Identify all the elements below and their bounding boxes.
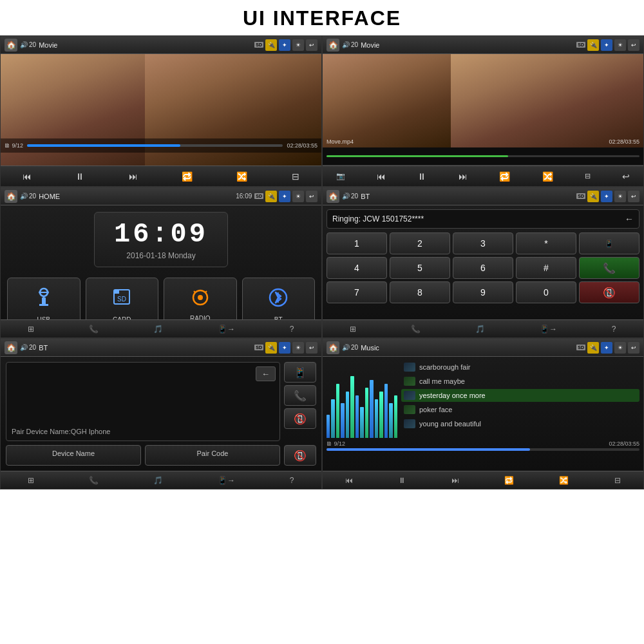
bt-action-row: Device Name Pair Code 📵 — [6, 445, 316, 466]
key-4[interactable]: 4 — [327, 257, 387, 279]
nav-grid-home[interactable]: ⊞ — [24, 323, 38, 335]
nav-grid-bt[interactable]: ⊞ — [24, 475, 38, 486]
prev-btn-2[interactable]: ⏮ — [374, 170, 388, 183]
back-icon-bt[interactable]: ↩ — [306, 342, 317, 354]
app-card[interactable]: SD CARD — [86, 278, 159, 319]
nav-help-phone[interactable]: ? — [608, 323, 620, 335]
nav-music-bt[interactable]: 🎵 — [149, 475, 167, 486]
shuffle-btn-1[interactable]: 🔀 — [234, 170, 250, 183]
playlist-item-4[interactable]: poker face — [401, 403, 639, 416]
back-icon-phone[interactable]: ↩ — [628, 191, 639, 202]
next-btn-2[interactable]: ⏭ — [456, 170, 470, 183]
camera-btn-2[interactable]: 📷 — [334, 171, 348, 182]
eq-bar-3 — [341, 403, 344, 438]
end-call-btn[interactable]: 📵 — [284, 445, 316, 466]
key-end[interactable]: 📵 — [579, 281, 639, 303]
home-icon-phone[interactable]: 🏠 — [327, 190, 339, 203]
nav-grid-phone[interactable]: ⊞ — [346, 323, 360, 335]
nav-phone-home[interactable]: 📞 — [85, 323, 102, 335]
playlist-item-3[interactable]: yesterday once more — [401, 389, 639, 402]
brightness-icon-bt[interactable]: ☀ — [292, 342, 304, 354]
nav-more-music[interactable]: ⊟ — [611, 475, 625, 486]
brightness-icon-2[interactable]: ☀ — [614, 39, 626, 51]
key-0[interactable]: 0 — [516, 281, 576, 303]
key-3[interactable]: 3 — [453, 232, 513, 254]
key-call[interactable]: 📞 — [579, 257, 639, 279]
play-pause-btn-1[interactable]: ⏸ — [73, 170, 87, 183]
backspace-btn[interactable]: ← — [625, 214, 634, 224]
nav-music-phone[interactable]: 🎵 — [471, 323, 489, 335]
thumb-5 — [404, 419, 415, 428]
repeat-btn-2[interactable]: 🔁 — [497, 170, 513, 183]
app-usb[interactable]: USB — [7, 278, 80, 319]
card-app-icon: SD — [111, 286, 132, 314]
bt-end-btn[interactable]: 📵 — [284, 408, 316, 429]
key-star[interactable]: * — [516, 232, 576, 254]
playlist-item-1[interactable]: scarborough fair — [401, 361, 639, 374]
thumb-2 — [404, 377, 415, 386]
key-9[interactable]: 9 — [453, 281, 513, 303]
nav-phone-bt[interactable]: 📞 — [85, 475, 102, 486]
home-icon-bt[interactable]: 🏠 — [5, 341, 17, 354]
key-2[interactable]: 2 — [390, 232, 450, 254]
progress-wrap-2[interactable] — [327, 155, 639, 157]
progress-bar-music[interactable] — [327, 448, 639, 451]
prev-btn-1[interactable]: ⏮ — [20, 170, 34, 183]
nav-shuffle-music[interactable]: 🔀 — [555, 475, 573, 486]
bt-phone-btn[interactable]: 📱 — [284, 362, 316, 383]
home-icon-1[interactable]: 🏠 — [5, 39, 17, 52]
nav-playpause-music[interactable]: ⏸ — [394, 475, 410, 486]
progress-bar-1[interactable] — [27, 144, 283, 147]
key-6[interactable]: 6 — [453, 257, 513, 279]
nav-prev-music[interactable]: ⏮ — [341, 475, 357, 486]
key-hash[interactable]: # — [516, 257, 576, 279]
back-ctrl-btn-2[interactable]: ↩ — [620, 170, 632, 183]
app-bt[interactable]: BT — [242, 278, 316, 319]
home-icon-music[interactable]: 🏠 — [327, 341, 339, 354]
nav-help-home[interactable]: ? — [286, 323, 298, 335]
time-music: 02:28/03:55 — [609, 440, 639, 447]
brightness-icon-home[interactable]: ☀ — [292, 191, 304, 202]
home-icon-home[interactable]: 🏠 — [5, 190, 17, 203]
home-icon-2[interactable]: 🏠 — [327, 39, 339, 52]
nav-repeat-music[interactable]: 🔁 — [500, 475, 518, 486]
playlist-item-5[interactable]: young and beautiful — [401, 417, 639, 430]
app-radio[interactable]: RADIO — [164, 278, 237, 319]
next-btn-1[interactable]: ⏭ — [126, 170, 140, 183]
bt-info-area: ← Pair Device Name:QGH Iphone — [6, 362, 280, 441]
nav-device-phone[interactable]: 📱→ — [536, 323, 561, 335]
brightness-icon-1[interactable]: ☀ — [292, 39, 304, 51]
key-contacts[interactable]: 📱 — [579, 232, 639, 254]
more-btn-1[interactable]: ⊟ — [289, 170, 302, 183]
nav-device-bt[interactable]: 📱→ — [214, 475, 239, 486]
screen-btn-2[interactable]: ⊟ — [582, 171, 593, 182]
bt-call-btn[interactable]: 📞 — [284, 385, 316, 406]
back-icon-2[interactable]: ↩ — [628, 39, 639, 51]
nav-phone-phone[interactable]: 📞 — [407, 323, 424, 335]
bottom-nav-music: ⏮ ⏸ ⏭ 🔁 🔀 ⊟ — [323, 471, 643, 489]
key-5[interactable]: 5 — [390, 257, 450, 279]
play-btn-2[interactable]: ⏸ — [415, 170, 429, 183]
brightness-icon-music[interactable]: ☀ — [614, 342, 626, 354]
back-icon-home[interactable]: ↩ — [306, 191, 317, 202]
status-label-music: Music — [361, 344, 574, 352]
playlist-item-2[interactable]: call me maybe — [401, 375, 639, 388]
bt-back-btn[interactable]: ← — [256, 366, 276, 381]
back-icon-1[interactable]: ↩ — [306, 39, 317, 51]
phone-panel: 🏠 🔊20 BT SD 🔌 ✦ ☀ ↩ Ringing: JCW 1501752… — [322, 187, 644, 338]
nav-device-home[interactable]: 📱→ — [214, 323, 239, 335]
shuffle-btn-2[interactable]: 🔀 — [540, 170, 556, 183]
page-title: UI INTERFACE — [0, 0, 644, 35]
nav-next-music[interactable]: ⏭ — [448, 475, 463, 486]
nav-music-home[interactable]: 🎵 — [149, 323, 167, 335]
back-icon-music[interactable]: ↩ — [628, 342, 639, 354]
nav-help-bt[interactable]: ? — [286, 475, 298, 486]
track-info-1: 🗎 9/12 — [5, 142, 23, 149]
key-8[interactable]: 8 — [390, 281, 450, 303]
pair-code-btn[interactable]: Pair Code — [145, 445, 280, 466]
device-name-btn[interactable]: Device Name — [6, 445, 141, 466]
brightness-icon-phone[interactable]: ☀ — [614, 191, 626, 202]
key-1[interactable]: 1 — [327, 232, 387, 254]
repeat-btn-1[interactable]: 🔁 — [179, 170, 195, 183]
key-7[interactable]: 7 — [327, 281, 387, 303]
